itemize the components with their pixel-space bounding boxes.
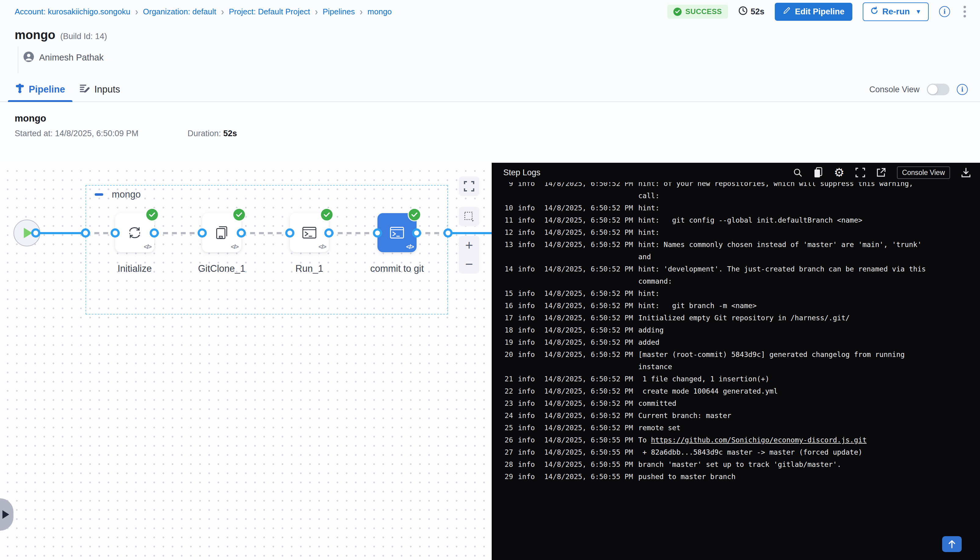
log-line-number: 24	[504, 410, 513, 422]
settings-gear-icon[interactable]: ⚙	[834, 167, 844, 178]
canvas-fit-view-button[interactable]	[459, 177, 480, 196]
zoom-out-button[interactable]: −	[465, 257, 473, 271]
console-view-info-icon[interactable]: i	[957, 84, 968, 95]
step-success-badge	[232, 208, 246, 222]
log-message: + 82a6dbb...5843d9c master -> master (fo…	[638, 446, 980, 458]
started-at: Started at: 14/8/2025, 6:50:09 PM	[15, 129, 138, 138]
log-line: 12 info 14/8/2025, 6:50:52 PM hint:	[504, 226, 980, 238]
stage-collapse-control[interactable]: mongo	[95, 189, 141, 200]
log-line-number	[504, 361, 513, 373]
console-view-toggle[interactable]	[927, 84, 950, 95]
expand-arrow-icon	[2, 510, 9, 519]
fullscreen-icon[interactable]	[855, 168, 865, 177]
log-timestamp: 14/8/2025, 6:50:52 PM	[544, 397, 633, 410]
zoom-in-button[interactable]: +	[465, 238, 473, 252]
log-line-number: 15	[504, 287, 513, 300]
step-logs-title: Step Logs	[503, 168, 540, 177]
log-output[interactable]: 9 info 14/8/2025, 6:50:52 PM hint: of yo…	[492, 182, 980, 560]
breadcrumb-link[interactable]: Organization: default	[143, 7, 216, 17]
log-message: To https://github.com/Sonichigo/economy-…	[638, 434, 980, 446]
log-line: instance	[504, 361, 980, 373]
console-view-button[interactable]: Console View	[897, 167, 950, 179]
log-timestamp: 14/8/2025, 6:50:52 PM	[544, 312, 633, 324]
download-logs-icon[interactable]	[961, 168, 971, 177]
pipeline-canvas[interactable]: mongo </> Initialize </> GitClone_1	[0, 163, 492, 560]
connector-port	[110, 228, 120, 238]
connector-port	[198, 228, 207, 238]
log-line: 14 info 14/8/2025, 6:50:52 PM hint: 'dev…	[504, 263, 980, 275]
copy-icon[interactable]	[813, 167, 823, 178]
chevron-down-icon[interactable]: ▼	[915, 8, 922, 15]
inputs-icon	[80, 84, 90, 95]
log-repo-link[interactable]: https://github.com/Sonichigo/economy-dis…	[651, 436, 867, 444]
connector-port	[81, 228, 90, 238]
log-line: 28 info 14/8/2025, 6:50:55 PM branch 'ma…	[504, 458, 980, 470]
log-message: hint: 'development'. The just-created br…	[638, 263, 980, 275]
step-success-badge	[320, 208, 333, 222]
status-text: SUCCESS	[685, 7, 722, 16]
log-line: 17 info 14/8/2025, 6:50:52 PM Initialize…	[504, 312, 980, 324]
log-timestamp: 14/8/2025, 6:50:55 PM	[544, 446, 633, 458]
log-line: 29 info 14/8/2025, 6:50:55 PM pushed to …	[504, 470, 980, 483]
collapse-minus-icon[interactable]	[95, 193, 103, 196]
top-header: Account: kurosakiichigo.songoku›Organiza…	[0, 0, 980, 23]
breadcrumb-link[interactable]: Account: kurosakiichigo.songoku	[15, 7, 130, 17]
log-message: hint: git branch -m <name>	[638, 300, 980, 312]
breadcrumb-separator-icon: ›	[315, 6, 318, 17]
log-line-number: 20	[504, 348, 513, 361]
connector-port	[412, 228, 421, 238]
log-level: info	[518, 470, 539, 483]
log-line-number: 12	[504, 226, 513, 238]
connector-line	[241, 232, 290, 234]
rerun-button[interactable]: Re-run ▼	[863, 2, 929, 21]
log-line: 21 info 14/8/2025, 6:50:52 PM 1 file cha…	[504, 373, 980, 385]
scroll-to-top-button[interactable]	[942, 536, 962, 552]
log-message: added	[638, 336, 980, 348]
log-level: info	[518, 373, 539, 385]
log-level: info	[518, 336, 539, 348]
log-timestamp: 14/8/2025, 6:50:55 PM	[544, 458, 633, 470]
info-icon[interactable]: i	[939, 6, 950, 17]
log-timestamp: 14/8/2025, 6:50:52 PM	[544, 214, 633, 226]
log-timestamp: 14/8/2025, 6:50:52 PM	[544, 300, 633, 312]
log-message: adding	[638, 324, 980, 336]
pipeline-step-node[interactable]: </> Initialize	[115, 213, 154, 274]
connector-port	[237, 228, 246, 238]
canvas-select-mode-button[interactable]	[459, 207, 480, 226]
log-line: 11 info 14/8/2025, 6:50:52 PM hint: git …	[504, 214, 980, 226]
log-timestamp: 14/8/2025, 6:50:52 PM	[544, 226, 633, 238]
pipeline-step-node[interactable]: </> Run_1	[290, 213, 329, 274]
connector-line	[154, 232, 202, 234]
log-line: 10 info 14/8/2025, 6:50:52 PM hint:	[504, 202, 980, 214]
search-icon[interactable]	[793, 168, 802, 177]
log-line-number: 13	[504, 238, 513, 251]
stage-canvas-label: mongo	[112, 189, 141, 200]
log-level: info	[518, 214, 539, 226]
edit-pipeline-button[interactable]: Edit Pipeline	[775, 3, 852, 21]
breadcrumb-link[interactable]: mongo	[367, 7, 392, 17]
log-timestamp: 14/8/2025, 6:50:52 PM	[544, 385, 633, 397]
tab-pipeline[interactable]: Pipeline	[8, 78, 72, 102]
breadcrumb-link[interactable]: Project: Default Project	[229, 7, 310, 17]
log-timestamp: 14/8/2025, 6:50:55 PM	[544, 434, 633, 446]
log-line: 18 info 14/8/2025, 6:50:52 PM adding	[504, 324, 980, 336]
log-timestamp	[544, 275, 633, 287]
tab-inputs[interactable]: Inputs	[72, 78, 127, 102]
breadcrumb-link[interactable]: Pipelines	[322, 7, 355, 17]
log-message: Initialized empty Git repository in /har…	[638, 312, 980, 324]
step-icon	[212, 223, 231, 242]
log-line: 19 info 14/8/2025, 6:50:52 PM added	[504, 336, 980, 348]
log-level: info	[518, 410, 539, 422]
log-line-number: 10	[504, 202, 513, 214]
more-options-menu[interactable]	[960, 5, 969, 18]
left-panel-expand-handle[interactable]	[0, 498, 13, 531]
log-line: 26 info 14/8/2025, 6:50:55 PM To https:/…	[504, 434, 980, 446]
log-level: info	[518, 226, 539, 238]
log-level: info	[518, 385, 539, 397]
console-view-label: Console View	[869, 85, 920, 94]
open-in-new-icon[interactable]	[876, 168, 886, 177]
step-logs-header: Step Logs ⚙ Console View	[492, 163, 980, 182]
step-logs-panel: Step Logs ⚙ Console View 9 info 14/8/202	[492, 163, 980, 560]
pipeline-step-node[interactable]: </> GitClone_1	[202, 213, 241, 274]
pipeline-step-node[interactable]: </> commit to git	[377, 213, 417, 274]
